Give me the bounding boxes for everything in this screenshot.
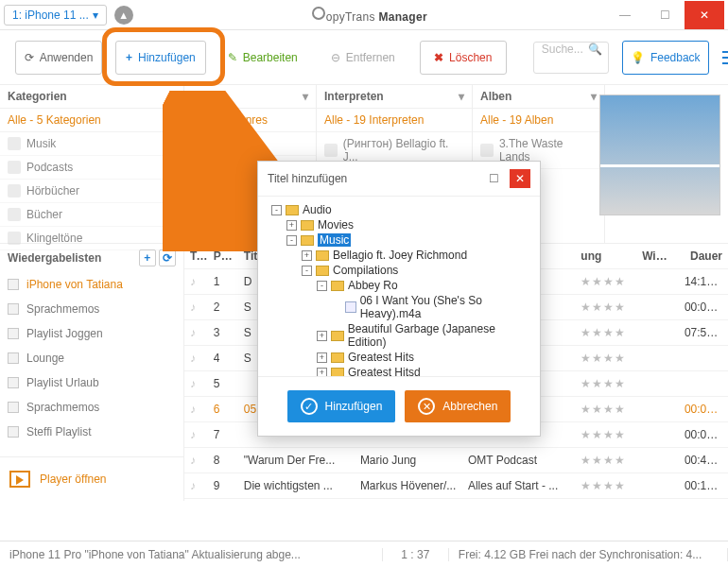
pane-item[interactable]: Bücher [0, 203, 183, 227]
dialog-ok-button[interactable]: ✓Hinzufügen [287, 390, 396, 422]
feedback-button[interactable]: 💡Feedback [622, 41, 709, 75]
open-player-button[interactable]: Player öffnen [0, 456, 183, 501]
tree-node[interactable]: +Greatest Hits [264, 350, 534, 365]
tree-node[interactable]: +Bellagio ft. Joey Richmond [264, 248, 534, 263]
add-button[interactable]: +Hinzufügen [115, 41, 206, 75]
playlist-item[interactable]: Playlist Joggen [0, 321, 183, 346]
folder-icon [331, 368, 344, 377]
add-playlist-button[interactable]: + [139, 249, 156, 266]
column-header[interactable]: ung [575, 244, 636, 268]
track-row[interactable]: ♪10"7 Große PotentiMario JungOMT Podcast… [184, 499, 728, 501]
playlist-item[interactable]: Steffi Playlist [0, 420, 183, 444]
playlist-item[interactable]: Lounge [0, 346, 183, 370]
playlist-item[interactable]: Playlist Urlaub [0, 370, 183, 395]
player-icon [9, 471, 30, 488]
playlist-item[interactable]: Sprachmemos [0, 297, 183, 321]
playlist-icon [8, 303, 19, 315]
chevron-down-icon: ▾ [93, 9, 98, 22]
pane-header-genre: Genre▾ [184, 85, 316, 109]
rating-stars[interactable]: ★★★★ [575, 295, 636, 319]
dialog-cancel-button[interactable]: ✕Abbrechen [405, 390, 511, 422]
device-selector[interactable]: 1: iPhone 11 ... ▾ [4, 5, 107, 26]
tree-node[interactable]: +Greatest Hitsd [264, 365, 534, 376]
status-mid: 1 : 37 [383, 548, 449, 561]
tree-node[interactable]: -Music [264, 232, 534, 248]
tree-node[interactable]: +Beautiful Garbage (Japanese Edition) [264, 321, 534, 350]
tree-toggle[interactable]: - [317, 281, 327, 291]
tree-toggle[interactable]: + [302, 250, 312, 261]
search-input[interactable]: Suche... [533, 42, 609, 74]
tree-node[interactable]: -Audio [264, 202, 534, 217]
rating-stars[interactable]: ★★★★ [575, 448, 636, 472]
category-icon [480, 144, 494, 157]
menu-button[interactable] [722, 42, 728, 74]
pane-item[interactable]: Musik [0, 132, 183, 156]
column-header[interactable]: Pos [208, 244, 238, 268]
tree-toggle[interactable]: + [317, 368, 327, 377]
window-close[interactable]: ✕ [685, 1, 724, 29]
tree-toggle[interactable]: + [317, 352, 327, 363]
playlist-item[interactable]: iPhone von Tatiana [0, 272, 183, 297]
playlist-icon [8, 328, 19, 339]
playlist-icon [8, 352, 19, 364]
rating-stars[interactable]: ★★★★ [575, 422, 636, 447]
pane-all-kat[interactable]: Alle - 5 Kategorien [0, 109, 183, 132]
plus-icon: + [126, 51, 132, 64]
rating-stars[interactable]: ★★★★ [575, 397, 636, 421]
pane-item[interactable]: Podcasts [0, 156, 183, 180]
rating-stars[interactable]: ★★★★ [575, 269, 636, 294]
refresh-playlist-button[interactable]: ⟳ [159, 249, 176, 266]
pane-all-alben[interactable]: Alle - 19 Alben [473, 109, 604, 132]
pane-all-inter[interactable]: Alle - 19 Interpreten [317, 109, 472, 132]
rating-stars[interactable]: ★★★★ [575, 346, 636, 370]
chevron-down-icon[interactable]: ▾ [591, 90, 597, 103]
tree-node[interactable]: -Compilations [264, 263, 534, 278]
playlist-icon [8, 377, 19, 388]
pane-item[interactable]: Hörbücher [0, 180, 183, 203]
note-icon: ♪ [184, 320, 208, 345]
rating-stars[interactable]: ★★★★ [575, 371, 636, 396]
apply-button[interactable]: ⟳Anwenden [15, 41, 102, 75]
category-icon [8, 232, 21, 245]
track-row[interactable]: ♪9Die wichtigsten ...Markus Hövener/...A… [184, 473, 728, 499]
window-maximize[interactable]: ☐ [645, 1, 685, 29]
tree-toggle[interactable]: + [286, 220, 297, 231]
dialog-close[interactable]: ✕ [510, 169, 530, 188]
remove-button[interactable]: ⊖Entfernen [320, 41, 407, 75]
tree-node[interactable]: 06 I Want You (She's So Heavy).m4a [264, 293, 534, 321]
tree-toggle[interactable]: + [317, 331, 327, 341]
tree-node[interactable]: +Movies [264, 217, 534, 232]
rating-stars[interactable]: ★★★★ [575, 499, 636, 501]
note-icon: ♪ [184, 448, 208, 472]
tree-toggle[interactable]: - [271, 205, 282, 215]
note-icon: ♪ [184, 473, 208, 498]
tree-toggle[interactable]: - [302, 266, 312, 276]
rating-stars[interactable]: ★★★★ [575, 473, 636, 498]
folder-icon [331, 331, 344, 341]
column-header[interactable]: Wiede [636, 244, 679, 268]
tree-toggle[interactable]: - [286, 235, 297, 246]
minus-circle-icon: ⊖ [331, 51, 340, 64]
tree-node[interactable]: -Abbey Ro [264, 278, 534, 293]
folder-icon [316, 266, 329, 276]
track-row[interactable]: ♪8"Warum Der Fre...Mario JungOMT Podcast… [184, 448, 728, 473]
window-minimize[interactable]: — [605, 1, 645, 29]
eject-icon[interactable]: ▲ [114, 6, 133, 25]
playlist-item[interactable]: Sprachmemos [0, 395, 183, 420]
note-icon: ♪ [184, 295, 208, 319]
column-header[interactable]: Dauer [679, 244, 728, 268]
column-header[interactable]: Ty [184, 244, 208, 268]
category-icon [324, 144, 338, 157]
delete-button[interactable]: ✖Löschen [420, 41, 507, 75]
chevron-down-icon[interactable]: ▾ [459, 90, 464, 103]
pane-all-genre[interactable]: Alle - 9 Genres [184, 109, 316, 132]
chevron-down-icon[interactable]: ▾ [170, 90, 176, 103]
pane-item[interactable]: 2018 [184, 132, 316, 156]
rating-stars[interactable]: ★★★★ [575, 320, 636, 345]
chevron-down-icon[interactable]: ▾ [303, 90, 308, 103]
category-icon [8, 208, 21, 221]
dialog-maximize[interactable]: ☐ [483, 169, 504, 188]
bulb-icon: 💡 [631, 51, 645, 64]
category-icon [192, 208, 205, 221]
edit-button[interactable]: ✎Bearbeiten [219, 41, 306, 75]
